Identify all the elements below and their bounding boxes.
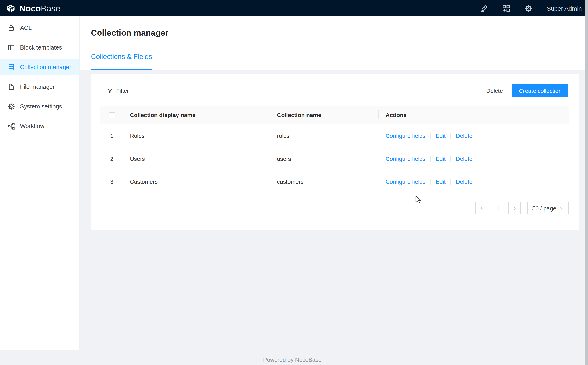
footer-text: Powered by NocoBase — [0, 356, 585, 363]
sidebar-item-label: Collection manager — [20, 64, 71, 70]
chevron-down-icon — [559, 206, 564, 210]
create-collection-button[interactable]: Create collection — [512, 84, 568, 97]
sidebar-item-label: ACL — [20, 25, 32, 31]
edit-link[interactable]: Edit — [436, 178, 446, 185]
sidebar-item-block-templates[interactable]: Block templates — [0, 39, 80, 56]
chevron-left-icon — [480, 206, 484, 210]
action-divider — [430, 179, 431, 184]
delete-link[interactable]: Delete — [456, 132, 472, 139]
page-size-select[interactable]: 50 / page — [527, 202, 569, 214]
sidebar-item-acl[interactable]: ACL — [0, 20, 80, 36]
filter-button[interactable]: Filter — [101, 85, 135, 97]
table-row: 2 Users users Configure fields Edit Dele… — [100, 147, 569, 170]
workflow-icon — [8, 123, 15, 129]
file-icon — [8, 83, 15, 90]
logo-text-light: Base — [41, 4, 60, 13]
filter-icon — [107, 88, 113, 94]
edit-link[interactable]: Edit — [436, 132, 446, 139]
configure-fields-link[interactable]: Configure fields — [385, 155, 426, 162]
edit-link[interactable]: Edit — [436, 155, 446, 162]
user-menu[interactable]: Super Admin — [547, 5, 582, 12]
row-index: 1 — [100, 132, 123, 139]
sidebar-item-label: Block templates — [20, 44, 62, 51]
action-divider — [430, 156, 431, 161]
action-divider — [450, 156, 451, 161]
page-size-value: 50 / page — [532, 205, 556, 211]
filter-button-label: Filter — [116, 88, 129, 94]
action-divider — [450, 179, 451, 184]
lock-icon — [8, 24, 15, 31]
nocobase-logo[interactable]: NocoBase — [0, 3, 60, 13]
configure-fields-link[interactable]: Configure fields — [385, 132, 426, 139]
row-index: 3 — [100, 178, 123, 185]
delete-link[interactable]: Delete — [456, 155, 472, 162]
sidebar-item-collection-manager[interactable]: Collection manager — [0, 59, 80, 75]
table-header-row: Collection display name Collection name … — [100, 106, 569, 124]
gear-icon[interactable] — [524, 4, 532, 12]
row-name: users — [270, 155, 379, 162]
highlighter-icon[interactable] — [480, 4, 488, 12]
delete-link[interactable]: Delete — [456, 178, 472, 185]
sidebar-item-label: Workflow — [20, 123, 44, 129]
table-header-select — [100, 112, 123, 118]
column-header-actions: Actions — [379, 112, 569, 118]
sidebar: ACL Block templates Collect — [0, 16, 80, 350]
column-header-name: Collection name — [270, 112, 379, 118]
delete-button[interactable]: Delete — [480, 85, 509, 97]
sidebar-item-file-manager[interactable]: File manager — [0, 78, 80, 95]
table-row: 1 Roles roles Configure fields Edit Dele… — [100, 124, 569, 147]
column-header-display-name: Collection display name — [123, 112, 270, 118]
chevron-right-icon — [512, 206, 516, 210]
topbar-actions: Super Admin — [480, 4, 585, 12]
row-display-name: Users — [123, 155, 270, 162]
plugin-add-icon[interactable] — [502, 4, 510, 12]
page-scrollbar[interactable] — [585, 0, 588, 365]
gear-icon — [8, 103, 15, 110]
database-icon — [8, 64, 15, 70]
sidebar-item-workflow[interactable]: Workflow — [0, 118, 80, 134]
table-row: 3 Customers customers Configure fields E… — [100, 170, 569, 193]
row-name: roles — [270, 132, 379, 139]
app-window: NocoBase — [0, 0, 588, 365]
sidebar-item-label: System settings — [20, 103, 62, 110]
page-header: Collection manager Collections & Fields — [80, 16, 585, 70]
nocobase-logo-icon — [5, 3, 16, 13]
sidebar-item-label: File manager — [20, 84, 55, 90]
action-divider — [430, 133, 431, 139]
logo-text-bold: Noco — [19, 4, 41, 13]
row-index: 2 — [100, 155, 123, 162]
configure-fields-link[interactable]: Configure fields — [385, 178, 426, 185]
pagination-prev-button[interactable] — [475, 202, 488, 214]
create-collection-button-label: Create collection — [519, 87, 562, 94]
select-all-checkbox[interactable] — [109, 112, 115, 118]
layout-icon — [8, 44, 15, 51]
tab-collections-fields[interactable]: Collections & Fields — [91, 53, 152, 70]
sidebar-item-system-settings[interactable]: System settings — [0, 98, 80, 115]
page-title: Collection manager — [91, 28, 168, 38]
pagination-next-button[interactable] — [508, 202, 521, 214]
pagination-page-1[interactable]: 1 — [492, 202, 504, 214]
pagination: 1 50 / page — [100, 202, 569, 214]
row-display-name: Customers — [123, 178, 270, 185]
topbar: NocoBase — [0, 0, 585, 16]
delete-button-label: Delete — [486, 88, 503, 94]
action-divider — [450, 133, 451, 139]
collections-card: Filter Delete Create collection Collecti… — [91, 74, 579, 230]
collections-table: Collection display name Collection name … — [100, 106, 569, 193]
row-name: customers — [270, 178, 379, 185]
row-display-name: Roles — [123, 132, 270, 139]
